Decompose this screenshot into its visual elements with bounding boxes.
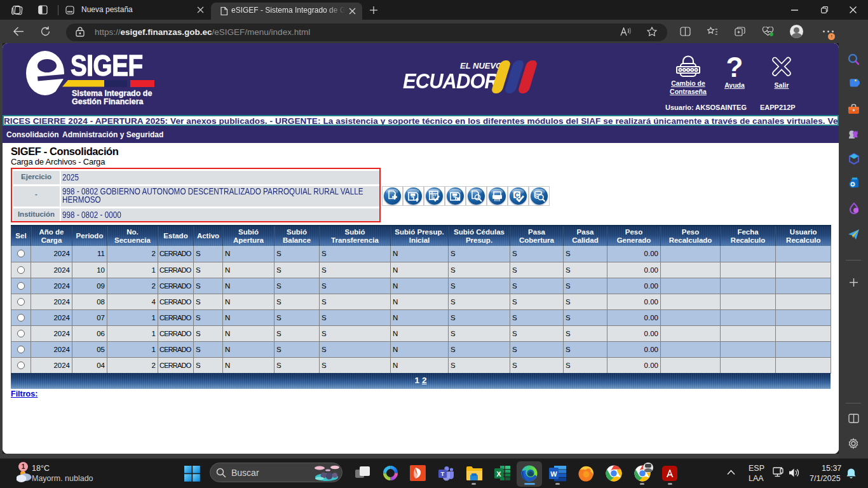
svg-text:X: X [496,470,501,478]
svg-text:C: C [515,192,519,199]
svg-text:W: W [550,470,557,478]
svg-text:T: T [441,470,445,477]
